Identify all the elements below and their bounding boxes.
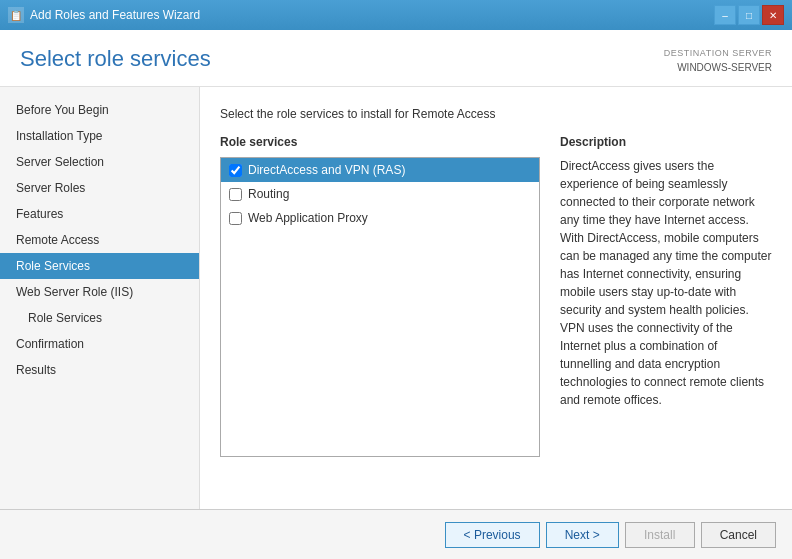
role-panel-title: Role services (220, 135, 540, 149)
page-header: Select role services DESTINATION SERVER … (0, 30, 792, 87)
role-services-list: DirectAccess and VPN (RAS) Routing Web A… (220, 157, 540, 457)
role-label-web-app-proxy: Web Application Proxy (248, 211, 368, 225)
body: Before You Begin Installation Type Serve… (0, 87, 792, 509)
sidebar-item-server-selection[interactable]: Server Selection (0, 149, 199, 175)
title-bar: 📋 Add Roles and Features Wizard – □ ✕ (0, 0, 792, 30)
checkbox-routing[interactable] (229, 188, 242, 201)
window-title: Add Roles and Features Wizard (30, 8, 200, 22)
sidebar-item-features[interactable]: Features (0, 201, 199, 227)
role-item-routing[interactable]: Routing (221, 182, 539, 206)
close-button[interactable]: ✕ (762, 5, 784, 25)
sidebar-item-role-services[interactable]: Role Services (0, 253, 199, 279)
checkbox-directaccess-vpn[interactable] (229, 164, 242, 177)
main-window: Select role services DESTINATION SERVER … (0, 30, 792, 559)
restore-button[interactable]: □ (738, 5, 760, 25)
next-button[interactable]: Next > (546, 522, 619, 548)
description-text: DirectAccess gives users the experience … (560, 157, 772, 409)
sidebar-item-results[interactable]: Results (0, 357, 199, 383)
role-label-directaccess-vpn: DirectAccess and VPN (RAS) (248, 163, 405, 177)
description-panel: Description DirectAccess gives users the… (560, 135, 772, 457)
dest-server-name: WINDOWS-SERVER (664, 60, 772, 76)
role-item-directaccess-vpn[interactable]: DirectAccess and VPN (RAS) (221, 158, 539, 182)
sidebar-item-web-server-role[interactable]: Web Server Role (IIS) (0, 279, 199, 305)
minimize-button[interactable]: – (714, 5, 736, 25)
destination-server-info: DESTINATION SERVER WINDOWS-SERVER (664, 46, 772, 76)
description-title: Description (560, 135, 772, 149)
sidebar-item-installation-type[interactable]: Installation Type (0, 123, 199, 149)
sidebar-item-confirmation[interactable]: Confirmation (0, 331, 199, 357)
cancel-button[interactable]: Cancel (701, 522, 776, 548)
install-button[interactable]: Install (625, 522, 695, 548)
window-controls: – □ ✕ (714, 5, 784, 25)
role-label-routing: Routing (248, 187, 289, 201)
previous-button[interactable]: < Previous (445, 522, 540, 548)
content-body: Role services DirectAccess and VPN (RAS)… (220, 135, 772, 457)
app-icon: 📋 (8, 7, 24, 23)
checkbox-web-app-proxy[interactable] (229, 212, 242, 225)
footer: < Previous Next > Install Cancel (0, 509, 792, 559)
sidebar-item-before-you-begin[interactable]: Before You Begin (0, 97, 199, 123)
dest-server-label: DESTINATION SERVER (664, 46, 772, 60)
role-services-panel: Role services DirectAccess and VPN (RAS)… (220, 135, 540, 457)
page-title: Select role services (20, 46, 211, 72)
role-item-web-app-proxy[interactable]: Web Application Proxy (221, 206, 539, 230)
sidebar-item-role-services-sub[interactable]: Role Services (0, 305, 199, 331)
content-subtitle: Select the role services to install for … (220, 107, 772, 121)
title-bar-left: 📋 Add Roles and Features Wizard (8, 7, 200, 23)
sidebar-item-remote-access[interactable]: Remote Access (0, 227, 199, 253)
content-area: Select the role services to install for … (200, 87, 792, 509)
sidebar: Before You Begin Installation Type Serve… (0, 87, 200, 509)
sidebar-item-server-roles[interactable]: Server Roles (0, 175, 199, 201)
